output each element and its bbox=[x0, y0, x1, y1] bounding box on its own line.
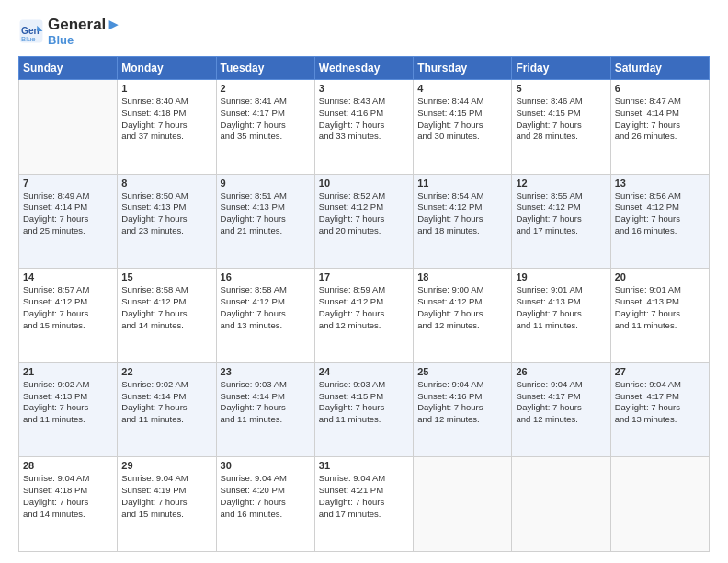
cell-details: Sunrise: 9:01 AM Sunset: 4:13 PM Dayligh… bbox=[615, 284, 705, 331]
week-row-2: 7Sunrise: 8:49 AM Sunset: 4:14 PM Daylig… bbox=[19, 174, 710, 269]
day-number: 26 bbox=[516, 366, 606, 377]
week-row-4: 21Sunrise: 9:02 AM Sunset: 4:13 PM Dayli… bbox=[19, 362, 710, 457]
day-number: 20 bbox=[615, 271, 705, 282]
cell-details: Sunrise: 8:58 AM Sunset: 4:12 PM Dayligh… bbox=[221, 284, 311, 331]
week-row-3: 14Sunrise: 8:57 AM Sunset: 4:12 PM Dayli… bbox=[19, 269, 710, 363]
calendar-cell: 4Sunrise: 8:44 AM Sunset: 4:15 PM Daylig… bbox=[414, 79, 512, 174]
cell-details: Sunrise: 9:04 AM Sunset: 4:16 PM Dayligh… bbox=[417, 379, 507, 426]
day-number: 1 bbox=[121, 83, 211, 94]
cell-details: Sunrise: 8:43 AM Sunset: 4:16 PM Dayligh… bbox=[319, 96, 409, 143]
cell-details: Sunrise: 8:47 AM Sunset: 4:14 PM Dayligh… bbox=[615, 96, 705, 143]
calendar-table: SundayMondayTuesdayWednesdayThursdayFrid… bbox=[18, 56, 710, 552]
calendar-cell: 16Sunrise: 8:58 AM Sunset: 4:12 PM Dayli… bbox=[216, 269, 314, 363]
calendar-cell: 23Sunrise: 9:03 AM Sunset: 4:14 PM Dayli… bbox=[216, 362, 314, 457]
day-number: 31 bbox=[319, 460, 409, 471]
calendar-cell: 25Sunrise: 9:04 AM Sunset: 4:16 PM Dayli… bbox=[414, 362, 512, 457]
calendar-cell bbox=[610, 457, 709, 552]
day-number: 21 bbox=[23, 366, 113, 377]
svg-text:Blue: Blue bbox=[21, 35, 36, 43]
cell-details: Sunrise: 9:02 AM Sunset: 4:14 PM Dayligh… bbox=[121, 379, 211, 426]
calendar-cell: 10Sunrise: 8:52 AM Sunset: 4:12 PM Dayli… bbox=[314, 174, 413, 269]
day-number: 22 bbox=[121, 366, 211, 377]
day-number: 28 bbox=[23, 460, 113, 471]
week-row-5: 28Sunrise: 9:04 AM Sunset: 4:18 PM Dayli… bbox=[19, 457, 710, 552]
calendar-cell: 3Sunrise: 8:43 AM Sunset: 4:16 PM Daylig… bbox=[314, 79, 413, 174]
cell-details: Sunrise: 9:04 AM Sunset: 4:20 PM Dayligh… bbox=[221, 473, 311, 520]
cell-details: Sunrise: 9:04 AM Sunset: 4:18 PM Dayligh… bbox=[23, 473, 113, 520]
calendar-cell: 7Sunrise: 8:49 AM Sunset: 4:14 PM Daylig… bbox=[19, 174, 118, 269]
header: Gen Blue General► Blue bbox=[18, 17, 710, 47]
calendar-cell: 29Sunrise: 9:04 AM Sunset: 4:19 PM Dayli… bbox=[118, 457, 216, 552]
calendar-cell: 30Sunrise: 9:04 AM Sunset: 4:20 PM Dayli… bbox=[216, 457, 314, 552]
weekday-header-sunday: Sunday bbox=[19, 56, 118, 79]
calendar-cell: 6Sunrise: 8:47 AM Sunset: 4:14 PM Daylig… bbox=[610, 79, 709, 174]
day-number: 14 bbox=[23, 271, 113, 282]
weekday-header-wednesday: Wednesday bbox=[314, 56, 413, 79]
calendar-cell: 17Sunrise: 8:59 AM Sunset: 4:12 PM Dayli… bbox=[314, 269, 413, 363]
calendar-cell bbox=[512, 457, 610, 552]
calendar-cell: 21Sunrise: 9:02 AM Sunset: 4:13 PM Dayli… bbox=[19, 362, 118, 457]
day-number: 13 bbox=[615, 178, 705, 189]
cell-details: Sunrise: 8:54 AM Sunset: 4:12 PM Dayligh… bbox=[417, 190, 507, 237]
day-number: 4 bbox=[417, 83, 507, 94]
calendar-cell: 22Sunrise: 9:02 AM Sunset: 4:14 PM Dayli… bbox=[118, 362, 216, 457]
calendar-cell: 18Sunrise: 9:00 AM Sunset: 4:12 PM Dayli… bbox=[414, 269, 512, 363]
day-number: 23 bbox=[221, 366, 311, 377]
cell-details: Sunrise: 9:04 AM Sunset: 4:19 PM Dayligh… bbox=[121, 473, 211, 520]
day-number: 2 bbox=[221, 83, 311, 94]
day-number: 6 bbox=[615, 83, 705, 94]
cell-details: Sunrise: 8:44 AM Sunset: 4:15 PM Dayligh… bbox=[417, 96, 507, 143]
day-number: 8 bbox=[121, 178, 211, 189]
cell-details: Sunrise: 8:56 AM Sunset: 4:12 PM Dayligh… bbox=[615, 190, 705, 237]
calendar-cell: 24Sunrise: 9:03 AM Sunset: 4:15 PM Dayli… bbox=[314, 362, 413, 457]
calendar-cell: 28Sunrise: 9:04 AM Sunset: 4:18 PM Dayli… bbox=[19, 457, 118, 552]
page: Gen Blue General► Blue SundayMondayTuesd… bbox=[0, 0, 728, 563]
day-number: 24 bbox=[319, 366, 409, 377]
day-number: 7 bbox=[23, 178, 113, 189]
cell-details: Sunrise: 9:03 AM Sunset: 4:15 PM Dayligh… bbox=[319, 379, 409, 426]
weekday-header-saturday: Saturday bbox=[610, 56, 709, 79]
cell-details: Sunrise: 8:57 AM Sunset: 4:12 PM Dayligh… bbox=[23, 284, 113, 331]
cell-details: Sunrise: 8:46 AM Sunset: 4:15 PM Dayligh… bbox=[516, 96, 606, 143]
calendar-cell: 8Sunrise: 8:50 AM Sunset: 4:13 PM Daylig… bbox=[118, 174, 216, 269]
calendar-cell: 15Sunrise: 8:58 AM Sunset: 4:12 PM Dayli… bbox=[118, 269, 216, 363]
calendar-cell: 31Sunrise: 9:04 AM Sunset: 4:21 PM Dayli… bbox=[314, 457, 413, 552]
cell-details: Sunrise: 9:04 AM Sunset: 4:21 PM Dayligh… bbox=[319, 473, 409, 520]
weekday-header-tuesday: Tuesday bbox=[216, 56, 314, 79]
cell-details: Sunrise: 9:01 AM Sunset: 4:13 PM Dayligh… bbox=[516, 284, 606, 331]
logo: Gen Blue General► Blue bbox=[18, 17, 121, 47]
day-number: 9 bbox=[221, 178, 311, 189]
cell-details: Sunrise: 8:55 AM Sunset: 4:12 PM Dayligh… bbox=[516, 190, 606, 237]
day-number: 16 bbox=[221, 271, 311, 282]
cell-details: Sunrise: 9:02 AM Sunset: 4:13 PM Dayligh… bbox=[23, 379, 113, 426]
calendar-cell: 27Sunrise: 9:04 AM Sunset: 4:17 PM Dayli… bbox=[610, 362, 709, 457]
calendar-cell: 12Sunrise: 8:55 AM Sunset: 4:12 PM Dayli… bbox=[512, 174, 610, 269]
weekday-header-monday: Monday bbox=[118, 56, 216, 79]
cell-details: Sunrise: 8:41 AM Sunset: 4:17 PM Dayligh… bbox=[221, 96, 311, 143]
cell-details: Sunrise: 8:50 AM Sunset: 4:13 PM Dayligh… bbox=[121, 190, 211, 237]
cell-details: Sunrise: 8:49 AM Sunset: 4:14 PM Dayligh… bbox=[23, 190, 113, 237]
cell-details: Sunrise: 9:04 AM Sunset: 4:17 PM Dayligh… bbox=[516, 379, 606, 426]
calendar-cell: 26Sunrise: 9:04 AM Sunset: 4:17 PM Dayli… bbox=[512, 362, 610, 457]
day-number: 15 bbox=[121, 271, 211, 282]
day-number: 17 bbox=[319, 271, 409, 282]
calendar-cell: 11Sunrise: 8:54 AM Sunset: 4:12 PM Dayli… bbox=[414, 174, 512, 269]
calendar-cell: 14Sunrise: 8:57 AM Sunset: 4:12 PM Dayli… bbox=[19, 269, 118, 363]
day-number: 29 bbox=[121, 460, 211, 471]
logo-blue: Blue bbox=[48, 34, 121, 47]
day-number: 18 bbox=[417, 271, 507, 282]
day-number: 30 bbox=[221, 460, 311, 471]
cell-details: Sunrise: 8:51 AM Sunset: 4:13 PM Dayligh… bbox=[221, 190, 311, 237]
cell-details: Sunrise: 8:52 AM Sunset: 4:12 PM Dayligh… bbox=[319, 190, 409, 237]
weekday-header-friday: Friday bbox=[512, 56, 610, 79]
day-number: 11 bbox=[417, 178, 507, 189]
day-number: 10 bbox=[319, 178, 409, 189]
day-number: 5 bbox=[516, 83, 606, 94]
day-number: 25 bbox=[417, 366, 507, 377]
weekday-header-thursday: Thursday bbox=[414, 56, 512, 79]
logo-icon: Gen Blue bbox=[18, 18, 44, 44]
day-number: 3 bbox=[319, 83, 409, 94]
cell-details: Sunrise: 9:03 AM Sunset: 4:14 PM Dayligh… bbox=[221, 379, 311, 426]
day-number: 12 bbox=[516, 178, 606, 189]
day-number: 27 bbox=[615, 366, 705, 377]
